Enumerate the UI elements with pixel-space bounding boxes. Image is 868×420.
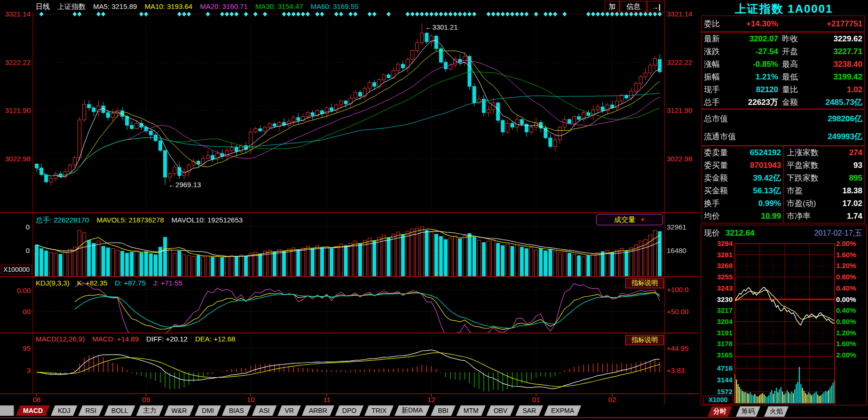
signal-diamond-icon: [368, 12, 372, 16]
quote-label: 金额: [780, 97, 808, 108]
header-segment: 上证指数: [57, 2, 86, 11]
quote-label: 市盈: [785, 185, 824, 196]
kdj-axis-label: +100.0: [667, 286, 688, 293]
signal-diamond-icon: [463, 12, 467, 16]
breadth-row: 上涨家数274: [785, 146, 864, 159]
quote-value: 3238.40: [808, 60, 864, 69]
quote-row: 现手82120量比1.02: [702, 83, 864, 96]
current-price-label: 现价: [704, 229, 720, 237]
intraday-pct-label: 2.00%: [836, 240, 856, 247]
header-segment: MA30: 3154.47: [255, 2, 303, 11]
signal-diamond-icon: [334, 12, 339, 16]
macd-indicator-help-button[interactable]: 指标说明: [625, 335, 664, 345]
breadth-row: 委卖量6524192: [702, 146, 783, 159]
signal-diamond-icon: [548, 12, 552, 16]
add-indicator-button[interactable]: 加: [605, 1, 620, 12]
header-segment: J: +71.55: [153, 279, 182, 287]
quote-value: 1.02: [808, 85, 864, 95]
intraday-tab-筹码[interactable]: 筹码: [736, 406, 760, 417]
intraday-tab-分时[interactable]: 分时: [708, 406, 732, 417]
quote-label: 量比: [780, 84, 808, 95]
weibi-label: 委比: [702, 18, 729, 29]
intraday-pct-label: 1.20%: [836, 262, 856, 269]
tab-indicator-asi[interactable]: ASI: [252, 405, 277, 416]
signal-diamond-icon: [244, 12, 248, 16]
tab-indicator-bias[interactable]: BIAS: [222, 405, 251, 416]
info-button-label: 信息: [626, 2, 640, 11]
tab-indicator-vr[interactable]: VR: [277, 405, 300, 416]
volume-indicator-dropdown[interactable]: 成交量 ▼: [596, 214, 663, 225]
quote-label: 上涨家数: [785, 147, 824, 158]
add-button-label: 加: [609, 2, 616, 11]
tabbar-scroll-stub[interactable]: [0, 405, 14, 416]
signal-diamond-icon: [296, 12, 300, 16]
quote-label: 市盈(动): [785, 198, 824, 209]
macd-axis-label-left: 95: [1, 345, 31, 352]
tab-indicator-dpo[interactable]: DPO: [335, 405, 363, 416]
tab-indicator-arbr[interactable]: ARBR: [302, 405, 334, 416]
signal-diamond-icon: [292, 12, 296, 16]
header-segment: DEA: +12.68: [195, 335, 235, 343]
intraday-tab-火焰[interactable]: 火焰: [764, 406, 789, 417]
quote-label: 最低: [780, 71, 808, 82]
signal-diamond-icon: [615, 12, 619, 16]
quote-label: 昨收: [780, 33, 808, 44]
tab-indicator-新dma[interactable]: 新DMA: [395, 405, 430, 416]
signal-diamond-icon: [234, 12, 238, 16]
quote-label: 委卖量: [702, 147, 731, 158]
tab-indicator-w&r[interactable]: W&R: [165, 405, 194, 416]
low-annotation: ←2969.13: [168, 181, 201, 189]
quote-label: 市净率: [785, 211, 824, 222]
header-segment: D: +87.75: [115, 279, 145, 287]
box-divider: [783, 146, 784, 223]
tab-indicator-trix[interactable]: TRIX: [364, 405, 394, 416]
x-axis-month-label: 01: [530, 396, 542, 403]
info-button[interactable]: 信息: [620, 1, 647, 12]
tab-indicator-主力[interactable]: 主力: [136, 405, 164, 416]
quote-label: 298206亿: [754, 113, 864, 124]
tab-indicator-dmi[interactable]: DMI: [195, 405, 221, 416]
breadth-box: 委卖量6524192委买量8701943卖金额39.42亿买金额56.13亿换手…: [702, 146, 865, 223]
quote-label: 56.13亿: [731, 185, 783, 196]
signal-diamond-icon: [439, 12, 443, 16]
kdj-indicator-help-button[interactable]: 指标说明: [625, 278, 664, 288]
signal-diamond-icon: [229, 12, 234, 16]
quote-label: 均价: [702, 211, 731, 222]
tab-indicator-macd[interactable]: MACD: [16, 405, 50, 416]
intraday-pct-label: 0.40%: [836, 285, 856, 292]
tab-indicator-rsi[interactable]: RSI: [78, 405, 103, 416]
x-axis-month-label: 11: [321, 396, 332, 403]
signal-diamond-icon: [553, 12, 557, 16]
x-axis-month-label: 10: [245, 396, 256, 403]
signal-diamond-icon: [458, 12, 462, 16]
signal-diamond-icon: [634, 12, 638, 16]
intraday-price-label: 3217: [702, 307, 733, 314]
intraday-pct-label: 0.40%: [836, 307, 856, 314]
weibi-value: +14.30%: [729, 19, 797, 29]
quote-label: 卖金额: [702, 173, 731, 183]
signal-diamond-icon: [144, 12, 148, 16]
signal-diamond-icon: [320, 12, 324, 16]
tab-indicator-sar[interactable]: SAR: [515, 405, 543, 416]
expand-arrow-icon[interactable]: →|: [647, 1, 665, 12]
header-segment: 总手: 226228170: [36, 216, 89, 225]
tab-indicator-bbi[interactable]: BBI: [431, 405, 456, 416]
quote-value: 1.21%: [729, 72, 780, 82]
signal-diamond-icon: [206, 12, 210, 16]
tab-indicator-mtm[interactable]: MTM: [457, 405, 486, 416]
quote-value: 22623万: [729, 97, 780, 108]
header-segment: KDJ(9,3,3): [36, 279, 70, 287]
quote-value: 3229.62: [808, 34, 864, 44]
intraday-pct-label: 1.60%: [836, 340, 856, 347]
signal-diamond-icon: [653, 12, 657, 16]
header-segment: MAVOL10: 192512653: [172, 216, 243, 225]
price-axis-label-right: 3222.22: [667, 59, 692, 66]
intraday-price-label: 3268: [702, 262, 733, 269]
tab-indicator-boll[interactable]: BOLL: [104, 405, 135, 416]
signal-diamond-icon: [425, 12, 429, 16]
tab-indicator-obv[interactable]: OBV: [487, 405, 515, 416]
tab-indicator-kdj[interactable]: KDJ: [51, 405, 77, 416]
tab-indicator-expma[interactable]: EXPMA: [544, 405, 581, 416]
x-axis-month-label: 08: [31, 396, 42, 403]
kdj-help-label: 指标说明: [631, 279, 658, 287]
